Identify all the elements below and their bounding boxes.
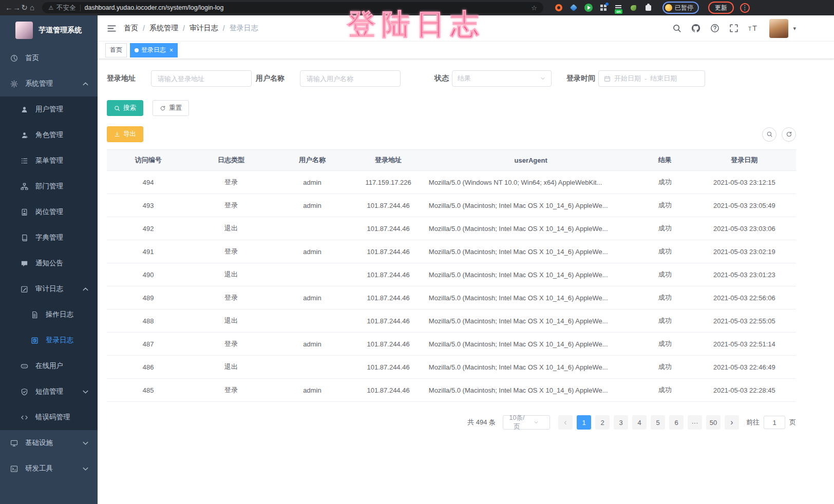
cell: admin [273,333,352,356]
paused-badge[interactable]: 已暂停 [662,2,699,14]
help-icon[interactable] [710,24,719,33]
sidebar-item-4[interactable]: 菜单管理 [0,148,98,173]
column-header: 登录日期 [693,150,796,171]
cell: Mozilla/5.0 (Macintosh; Intel Mac OS X 1… [425,309,637,333]
date-start-placeholder: 开始日期 [614,74,641,83]
browser-menu-button[interactable]: ⋮ [740,3,750,13]
menu-list-icon [21,157,28,165]
refresh-icon [160,105,166,111]
tags-bar: 首页登录日志× [98,41,834,59]
cell: 101.87.244.46 [352,217,424,240]
column-header: 日志类型 [189,150,272,171]
tag-active[interactable]: 登录日志× [130,43,178,57]
status-select[interactable]: 结果 [452,70,552,87]
sidebar-logo-row[interactable]: 芋道管理系统 [0,15,98,45]
cell: 101.87.244.46 [352,240,424,263]
paused-label: 已暂停 [675,4,693,12]
next-page-button[interactable]: › [725,415,739,430]
cell: 退出 [189,263,272,286]
refresh-button[interactable] [782,127,796,142]
search-toggle-button[interactable] [762,127,776,142]
table-row: 488退出101.87.244.46Mozilla/5.0 (Macintosh… [107,309,796,333]
goto-page-input[interactable] [764,416,785,429]
breadcrumb-item[interactable]: 首页 [124,24,138,33]
sidebar-item-13[interactable]: 短信管理 [0,379,98,404]
table-toolbar: 导出 [107,126,796,142]
security-label[interactable]: ⚠不安全 [48,4,76,12]
sidebar-item-14[interactable]: 错误码管理 [0,404,98,430]
breadcrumb-separator: / [143,24,145,32]
sidebar-item-2[interactable]: 用户管理 [0,96,98,122]
hamburger-icon[interactable] [107,24,117,33]
page-more-button[interactable]: ··· [688,415,702,430]
fullscreen-icon[interactable] [729,24,738,33]
page-button[interactable]: 1 [577,415,591,430]
cell: 登录 [189,379,272,402]
avatar[interactable] [769,19,788,38]
page-button[interactable]: 2 [595,415,610,430]
page-button[interactable]: 4 [632,415,647,430]
ext-puzzle-icon[interactable] [644,4,652,12]
sidebar-item-10[interactable]: 操作日志 [0,302,98,327]
bookmark-star-icon[interactable]: ☆ [531,4,537,12]
sidebar-item-3[interactable]: 角色管理 [0,122,98,148]
breadcrumb-item[interactable]: 审计日志 [189,24,218,33]
table-row: 494登录admin117.159.17.226Mozilla/5.0 (Win… [107,171,796,194]
extensions-area: on [555,4,652,12]
fontsize-icon[interactable]: TT [748,24,757,33]
reload-icon[interactable]: ↻ [21,4,28,12]
table-row: 487登录admin101.87.244.46Mozilla/5.0 (Maci… [107,333,796,356]
ext-orange-icon[interactable] [555,4,563,12]
home-icon[interactable]: ⌂ [28,4,36,12]
tag-item[interactable]: 首页 [105,43,127,57]
ext-leaf-icon[interactable] [629,4,637,12]
login-address-input[interactable] [151,70,252,87]
page-button[interactable]: 50 [706,415,721,430]
cell: 101.87.244.46 [352,263,424,286]
cell: 493 [107,194,189,217]
ext-green-icon[interactable] [584,4,593,12]
table-row: 490退出101.87.244.46Mozilla/5.0 (Macintosh… [107,263,796,286]
export-button-label: 导出 [123,130,136,139]
chevron-down-icon [540,75,546,82]
username-input[interactable] [300,70,401,87]
cell: Mozilla/5.0 (Macintosh; Intel Mac OS X 1… [425,333,637,356]
download-icon [114,131,120,138]
back-icon[interactable]: ← [5,4,13,12]
page-button[interactable]: 6 [669,415,684,430]
sidebar-item-label: 错误码管理 [35,413,70,422]
page-size-select[interactable]: 10条/页 [503,415,550,430]
sidebar-item-11[interactable]: 登录日志 [0,327,98,353]
cell: 2021-05-03 23:01:23 [693,263,796,286]
tag-close-icon[interactable]: × [169,47,173,53]
sidebar-item-0[interactable]: 首页 [0,45,98,71]
forward-icon[interactable]: → [13,4,21,12]
github-icon[interactable] [691,24,700,33]
page-button[interactable]: 3 [614,415,628,430]
reset-button[interactable]: 重置 [153,100,189,116]
sidebar-item-6[interactable]: 岗位管理 [0,199,98,225]
export-button[interactable]: 导出 [107,126,143,142]
user-menu[interactable]: ▾ [769,19,796,38]
ext-list-on-icon[interactable]: on [614,4,622,12]
tag-label: 登录日志 [141,46,166,54]
sidebar-item-12[interactable]: 在线用户 [0,353,98,379]
sidebar-item-1[interactable]: 系统管理 [0,71,98,96]
breadcrumb-item[interactable]: 系统管理 [149,24,178,33]
ext-gem-icon[interactable] [570,4,578,12]
sidebar-item-7[interactable]: 字典管理 [0,225,98,250]
search-button[interactable]: 搜索 [107,100,143,116]
page-button[interactable]: 5 [651,415,665,430]
sidebar-item-9[interactable]: 审计日志 [0,276,98,302]
sidebar-item-8[interactable]: 通知公告 [0,250,98,276]
ext-grid-icon[interactable] [599,4,608,12]
sidebar-item-5[interactable]: 部门管理 [0,173,98,199]
sidebar-item-16[interactable]: 研发工具 [0,456,98,481]
prev-page-button[interactable]: ‹ [558,415,573,430]
sidebar-item-15[interactable]: 基础设施 [0,430,98,456]
dict-book-icon [21,234,28,242]
cell: 101.87.244.46 [352,379,424,402]
search-icon[interactable] [672,24,681,33]
update-button[interactable]: 更新 [708,2,734,14]
login-time-range-picker[interactable]: 开始日期 - 结束日期 [598,70,705,87]
